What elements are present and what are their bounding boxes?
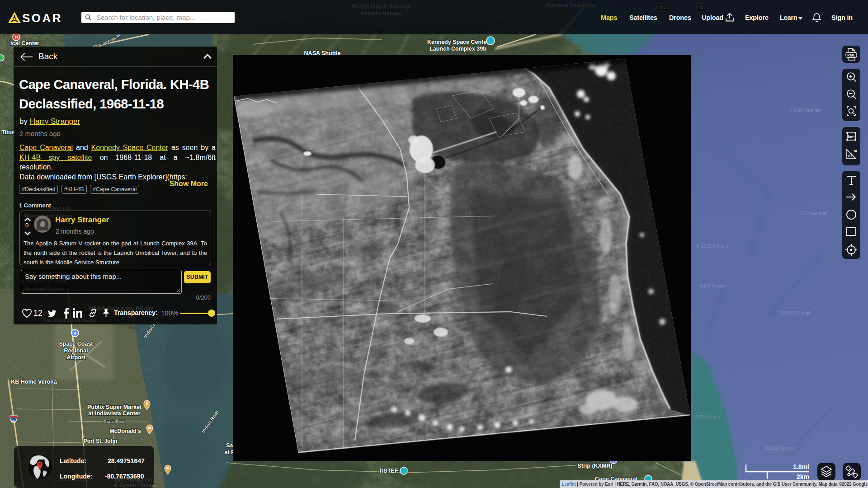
svg-text:km²: km² [848,135,854,139]
svg-text:2km: 2km [797,473,809,480]
svg-text:m: m [854,149,857,153]
svg-text:KML: KML [847,53,855,57]
svg-text:1.8mi: 1.8mi [793,463,809,470]
